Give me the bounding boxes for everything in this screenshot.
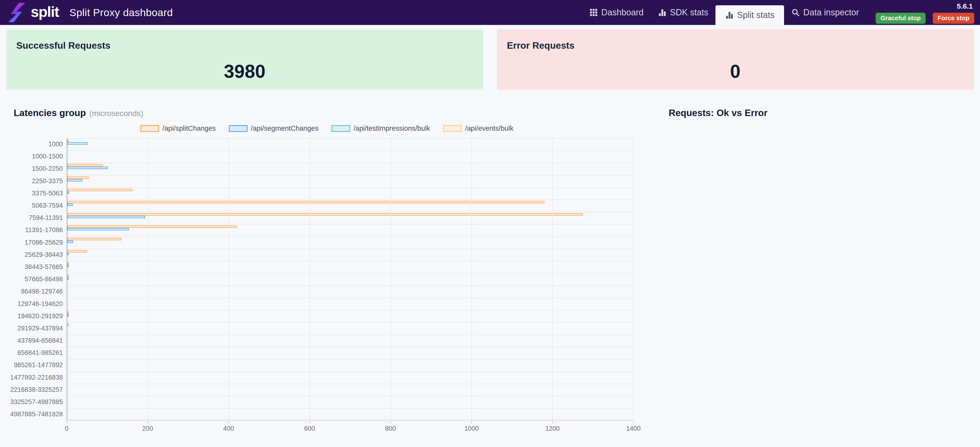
x-axis-tick xyxy=(228,421,229,424)
y-axis-label: 25629-38443 xyxy=(6,249,63,261)
x-axis-tick xyxy=(633,421,634,424)
nav-item-label: Dashboard xyxy=(601,8,643,17)
chart-row xyxy=(67,396,633,409)
bar--api-splitChanges xyxy=(67,226,237,228)
page-title: Split Proxy dashboard xyxy=(69,7,173,19)
y-axis-label: 1000-1500 xyxy=(6,150,63,162)
bar--api-segmentChanges xyxy=(67,191,69,194)
bar--api-segmentChanges xyxy=(67,204,73,206)
bar--api-segmentChanges xyxy=(67,253,68,255)
y-axis-label: 129746-194620 xyxy=(6,297,63,310)
nav-item-dashboard[interactable]: Dashboard xyxy=(582,0,651,25)
chart-row xyxy=(67,200,633,212)
latencies-plot xyxy=(67,138,633,421)
latencies-chart: 10001000-15001500-22502250-33753375-5063… xyxy=(6,138,648,421)
chart-row xyxy=(67,224,633,237)
bar--api-segmentChanges xyxy=(67,228,129,231)
nav-item-sdk-stats[interactable]: SDK stats xyxy=(651,0,716,25)
legend-swatch xyxy=(140,125,159,132)
split-logo: split xyxy=(7,2,59,22)
y-axis-label: 5063-7594 xyxy=(6,199,63,212)
legend-swatch xyxy=(229,125,248,132)
chart-row xyxy=(67,310,633,323)
bar--api-segmentChanges xyxy=(67,167,108,169)
bar--api-splitChanges xyxy=(67,164,103,166)
y-axis-label: 985261-1477892 xyxy=(6,359,63,371)
bar--api-segmentChanges xyxy=(67,240,73,243)
legend-label: /api/splitChanges xyxy=(162,124,216,132)
gridline-vertical xyxy=(633,138,634,420)
bar--api-splitChanges xyxy=(67,189,132,191)
bar--api-splitChanges xyxy=(67,140,68,142)
chart-row xyxy=(67,384,633,396)
error-requests-card: Error Requests 0 xyxy=(497,29,974,90)
chart-row xyxy=(67,237,633,249)
gridline-vertical xyxy=(310,138,310,420)
chart-row xyxy=(67,261,633,274)
x-axis-label: 1000 xyxy=(465,425,479,433)
chart-row xyxy=(67,409,633,421)
y-axis-label: 11391-17086 xyxy=(6,224,63,236)
gridline-vertical xyxy=(229,138,229,420)
legend-item: /api/testImpressions/bulk xyxy=(331,124,430,132)
nav-item-data-inspector[interactable]: Data inspector xyxy=(784,0,866,25)
x-axis-label: 1200 xyxy=(545,425,560,433)
y-axis-label: 7594-11391 xyxy=(6,212,63,224)
y-axis-label: 2216838-3325257 xyxy=(6,384,63,396)
x-axis-tick xyxy=(552,421,553,424)
stat-cards: Successful Requests 3980 Error Requests … xyxy=(6,29,974,90)
requests-title: Requests: Ok vs Error xyxy=(669,108,980,118)
latencies-subtitle: (microseconds) xyxy=(89,109,143,118)
chart-row xyxy=(67,138,633,151)
y-axis-label: 1477892-2216838 xyxy=(6,371,63,384)
successful-requests-label: Successful Requests xyxy=(16,40,473,51)
legend-item: /api/splitChanges xyxy=(140,124,216,132)
chart-row xyxy=(67,249,633,261)
x-axis-label: 200 xyxy=(142,425,153,433)
latencies-xaxis: 0200400600800100012001400 xyxy=(67,421,633,435)
chart-row xyxy=(67,212,633,224)
x-axis-label: 0 xyxy=(65,425,68,433)
y-axis-label: 194620-291929 xyxy=(6,310,63,322)
y-axis-label: 57665-86498 xyxy=(6,273,63,285)
chart-row xyxy=(67,151,633,163)
legend-label: /api/testImpressions/bulk xyxy=(353,124,430,132)
chart-row xyxy=(67,323,633,335)
x-axis-tick xyxy=(148,421,148,424)
bar--api-segmentChanges xyxy=(67,265,68,267)
error-requests-label: Error Requests xyxy=(507,40,964,51)
legend-swatch xyxy=(331,125,350,132)
y-axis-label: 17086-25629 xyxy=(6,237,63,249)
grid-icon xyxy=(589,8,598,17)
bar-chart-icon xyxy=(658,8,667,17)
version-label: 5.6.1 xyxy=(957,2,973,10)
chart-row xyxy=(67,372,633,384)
legend-item: /api/events/bulk xyxy=(443,124,514,132)
graceful-stop-button[interactable]: Graceful stop xyxy=(876,13,926,24)
bar--api-segmentChanges xyxy=(67,314,68,317)
nav-item-label: Split stats xyxy=(737,10,775,20)
legend-label: /api/events/bulk xyxy=(465,124,514,132)
chart-row xyxy=(67,298,633,310)
x-axis-label: 600 xyxy=(304,425,315,433)
y-axis-label: 1000 xyxy=(6,138,63,150)
bar--api-splitChanges xyxy=(67,324,68,326)
latencies-ylabels: 10001000-15001500-22502250-33753375-5063… xyxy=(6,138,67,421)
nav-item-split-stats[interactable]: Split stats xyxy=(716,5,784,25)
x-axis-label: 1400 xyxy=(626,425,641,433)
bar--api-splitChanges xyxy=(67,238,122,240)
successful-requests-value: 3980 xyxy=(16,60,473,82)
chart-row xyxy=(67,286,633,298)
latencies-title: Latencies group xyxy=(14,108,86,118)
force-stop-button[interactable]: Force stop xyxy=(933,13,974,24)
gridline-vertical xyxy=(148,138,148,420)
bar--api-segmentChanges xyxy=(67,277,68,280)
legend-swatch xyxy=(443,125,462,132)
split-logo-icon xyxy=(7,2,27,22)
latencies-chart-section: Latencies group (microseconds) /api/spli… xyxy=(0,108,648,435)
x-axis-tick xyxy=(67,421,67,424)
bar--api-segmentChanges xyxy=(67,179,82,181)
main-nav: Dashboard SDK stats Split stats xyxy=(582,0,866,25)
navbar-right: 5.6.1 Graceful stop Force stop xyxy=(876,1,974,24)
bar--api-splitChanges xyxy=(67,312,68,314)
